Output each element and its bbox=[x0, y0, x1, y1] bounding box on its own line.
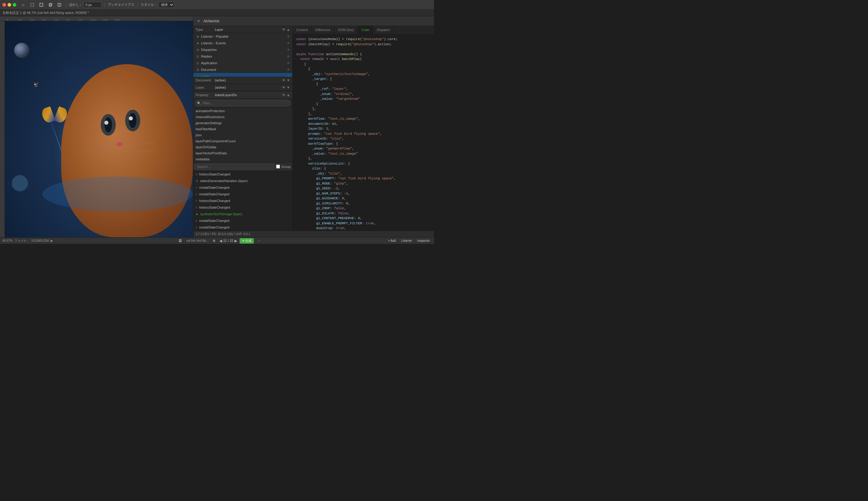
prop-item-layerPathComponentCount[interactable]: layerPathComponentCount bbox=[193, 138, 292, 144]
cat-body bbox=[61, 64, 193, 237]
prop-item-generatorSettings[interactable]: generatorSettings bbox=[193, 120, 292, 126]
code-line-2: const {batchPlay} = require("photoshop")… bbox=[296, 42, 430, 47]
prev-page-button[interactable]: ◀ bbox=[219, 239, 222, 243]
tab-dispatch[interactable]: Dispatch bbox=[373, 26, 394, 34]
layer-item-document[interactable]: ⊡ Document 👁 bbox=[193, 66, 292, 73]
layer-eye-icon[interactable]: 👁 bbox=[287, 62, 290, 65]
type-label: Type: bbox=[196, 28, 214, 31]
layer-item-layer[interactable]: ↗ Layer 👁 bbox=[193, 73, 292, 77]
code-line-25: }, bbox=[296, 156, 430, 161]
minimize-button[interactable] bbox=[8, 3, 11, 7]
code-panel: Content Difference DOM (live) Code Dispa… bbox=[293, 26, 434, 231]
grid-view-icon[interactable]: ⊞ bbox=[211, 238, 217, 243]
event-icon-4: ≡ bbox=[196, 193, 197, 196]
group-checkbox-label[interactable]: Group bbox=[276, 164, 291, 169]
code-line-39: dualCrop: true, bbox=[296, 226, 430, 231]
generate-button[interactable]: ✦ 生成 bbox=[239, 238, 254, 244]
alchemist-close-button[interactable]: ✕ bbox=[196, 19, 201, 23]
svg-point-20 bbox=[9, 179, 31, 188]
layer-item-replies[interactable]: ⊡ Replies 👁 bbox=[193, 53, 292, 60]
layer-list: ★ Listener - Playable 👁 ★ Listener - Eve… bbox=[193, 33, 292, 77]
prop-item-layerSVGdata[interactable]: layerSVGdata bbox=[193, 144, 292, 150]
prop-item-layerVectorPointData[interactable]: layerVectorPointData bbox=[193, 150, 292, 156]
event-modalStateChanged-1[interactable]: ≡ modalStateChanged bbox=[193, 184, 292, 191]
event-historyStateChanged-3[interactable]: ≡ historyStateChanged bbox=[193, 204, 292, 211]
layer-item-dispatcher[interactable]: ⊡ Dispatcher 👁 bbox=[193, 46, 292, 53]
prop-item-hasFilterMask[interactable]: hasFilterMask bbox=[193, 126, 292, 132]
thumbnail-icon[interactable]: 🖼 bbox=[177, 238, 184, 243]
inspector-button[interactable]: Inspector bbox=[416, 238, 431, 243]
add-button[interactable]: + Add bbox=[386, 238, 397, 243]
event-label-2: selectGeneratedVariation (layer) bbox=[200, 179, 248, 183]
maximize-button[interactable] bbox=[13, 3, 16, 7]
code-line-6: [ bbox=[296, 62, 430, 67]
filter-input[interactable] bbox=[195, 100, 291, 106]
close-button[interactable] bbox=[2, 3, 6, 7]
doc-expand-icon[interactable]: ▼ bbox=[287, 78, 290, 82]
cat-scene: 🦅 bbox=[5, 21, 193, 237]
doc-eye-icon[interactable]: 👁 bbox=[282, 78, 286, 82]
layer-value: (active) bbox=[215, 86, 281, 89]
add-label: + Add bbox=[388, 239, 396, 242]
next-page-button[interactable]: ▶ bbox=[235, 239, 237, 243]
event-search-input[interactable] bbox=[195, 164, 274, 170]
type-expand-icon[interactable]: ▲ bbox=[287, 28, 290, 31]
tab-dom-live[interactable]: DOM (live) bbox=[334, 26, 358, 34]
code-content[interactable]: const {executeAsModal} = require("photos… bbox=[293, 34, 434, 231]
style-select[interactable]: 標準 bbox=[159, 2, 174, 8]
event-historyStateChanged-2[interactable]: ≡ historyStateChanged bbox=[193, 198, 292, 204]
layer-label: Replies bbox=[201, 55, 212, 58]
prop-item-channelRestrictions[interactable]: channelRestrictions bbox=[193, 114, 292, 120]
layer-eye-icon[interactable]: 👁 bbox=[287, 35, 290, 38]
bottom-bar-center: 🖼 cat fish bird flyi... ⊞ ◀ 11 / 15 ▶ ✦ … bbox=[55, 238, 384, 244]
square-icon[interactable] bbox=[38, 1, 45, 8]
layer-eye-icon2[interactable]: 👁 bbox=[282, 86, 286, 89]
code-line-31: gi_SEED: -1, bbox=[296, 186, 430, 191]
prop-item-animationProtection[interactable]: animationProtection bbox=[193, 108, 292, 114]
blur-input[interactable] bbox=[84, 2, 101, 8]
layer-expand-icon[interactable]: ▼ bbox=[287, 86, 290, 89]
event-modalStateChanged-4[interactable]: ≡ modalStateChanged bbox=[193, 224, 292, 231]
home-icon[interactable]: ⌂ bbox=[20, 1, 26, 8]
marquee-icon[interactable] bbox=[29, 1, 35, 8]
page-separator: / bbox=[228, 239, 229, 242]
event-syntheticTextToImage[interactable]: ★ syntheticTextToImage (layer) bbox=[193, 211, 292, 217]
copy-icon[interactable] bbox=[47, 1, 54, 8]
canvas-image[interactable]: 🦅 bbox=[5, 21, 193, 237]
event-modalStateChanged-2[interactable]: ≡ modalStateChanged bbox=[193, 191, 292, 198]
code-line-16: }, bbox=[296, 111, 430, 117]
tab-content[interactable]: Content bbox=[293, 26, 312, 34]
prop-expand-icon[interactable]: ▲ bbox=[287, 93, 290, 97]
property-header[interactable]: Property: linkedLayerIDs 👁 ▲ bbox=[193, 91, 292, 98]
event-historyStateChanged-1[interactable]: ≡ historyStateChanged bbox=[193, 171, 292, 178]
ruler-tick: 20 bbox=[30, 18, 42, 21]
layer-eye-icon[interactable]: 👁 bbox=[287, 42, 290, 45]
layer-label: Listener - Events bbox=[201, 41, 226, 45]
layer-item-listener-playable[interactable]: ★ Listener - Playable 👁 bbox=[193, 33, 292, 40]
flip-icon[interactable] bbox=[56, 1, 63, 8]
type-eye-icon[interactable]: 👁 bbox=[282, 28, 286, 31]
tab-code[interactable]: Code bbox=[358, 26, 373, 34]
prop-eye-icon[interactable]: 👁 bbox=[282, 93, 286, 97]
generate-label: 生成 bbox=[245, 239, 251, 243]
layer-eye-icon[interactable]: 👁 bbox=[287, 68, 290, 72]
listener-button[interactable]: Listener bbox=[399, 238, 414, 243]
layer-eye-icon[interactable]: 👁 bbox=[287, 55, 290, 58]
bottom-expand-icon[interactable]: ▶ bbox=[51, 239, 53, 242]
tab-difference[interactable]: Difference bbox=[312, 26, 334, 34]
group-checkbox[interactable] bbox=[276, 164, 280, 169]
code-line-15: ], bbox=[296, 106, 430, 111]
event-icon-2: ★ bbox=[196, 179, 198, 183]
generate-icon: ✦ bbox=[242, 239, 244, 242]
event-list: ≡ historyStateChanged ★ selectGeneratedV… bbox=[193, 171, 292, 231]
ruler-vertical bbox=[0, 21, 5, 237]
layer-eye-icon[interactable]: 👁 bbox=[287, 48, 290, 52]
prop-item-metadata[interactable]: metadata bbox=[193, 156, 292, 162]
event-modalStateChanged-3[interactable]: ≡ modalStateChanged bbox=[193, 217, 292, 224]
version-label: 2.7.0 DEV / PS: 26.0.0 (r26) / UXP: 8.0.… bbox=[196, 232, 250, 236]
more-options-button[interactable]: ··· bbox=[256, 238, 262, 243]
layer-item-application[interactable]: ⊡ Application 👁 bbox=[193, 60, 292, 66]
layer-item-listener-events[interactable]: ★ Listener - Events 👁 bbox=[193, 40, 292, 46]
prop-item-json[interactable]: json bbox=[193, 132, 292, 138]
event-selectGeneratedVariation[interactable]: ★ selectGeneratedVariation (layer) bbox=[193, 178, 292, 184]
